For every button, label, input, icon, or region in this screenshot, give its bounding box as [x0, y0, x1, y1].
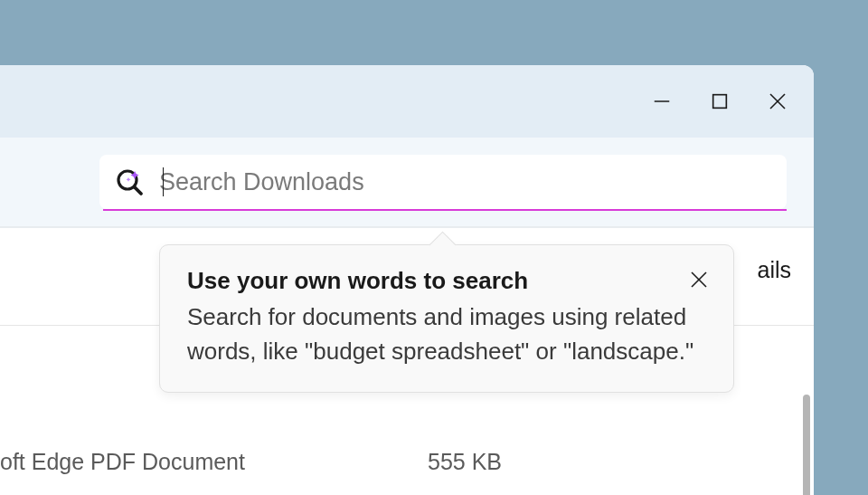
callout-body: Search for documents and images using re… — [187, 300, 710, 368]
svg-rect-1 — [713, 94, 727, 108]
toolbar — [0, 138, 814, 228]
file-size-cell: 555 KB — [428, 449, 502, 475]
search-box[interactable] — [99, 155, 787, 209]
search-sparkle-icon — [114, 166, 146, 198]
search-input[interactable] — [159, 168, 772, 196]
search-focus-underline — [103, 209, 787, 211]
column-header-details-partial[interactable]: ails — [757, 257, 791, 283]
vertical-scrollbar[interactable] — [803, 395, 810, 495]
maximize-button[interactable] — [691, 80, 749, 123]
callout-title: Use your own words to search — [187, 267, 710, 295]
text-caret — [163, 167, 164, 196]
file-type-cell: oft Edge PDF Document — [0, 449, 245, 475]
window-titlebar — [0, 65, 814, 138]
search-container — [99, 155, 787, 209]
search-tip-callout: Use your own words to search Search for … — [159, 244, 734, 393]
close-button[interactable] — [749, 80, 807, 123]
callout-close-button[interactable] — [684, 265, 713, 294]
minimize-button[interactable] — [633, 80, 691, 123]
svg-line-5 — [135, 187, 141, 194]
